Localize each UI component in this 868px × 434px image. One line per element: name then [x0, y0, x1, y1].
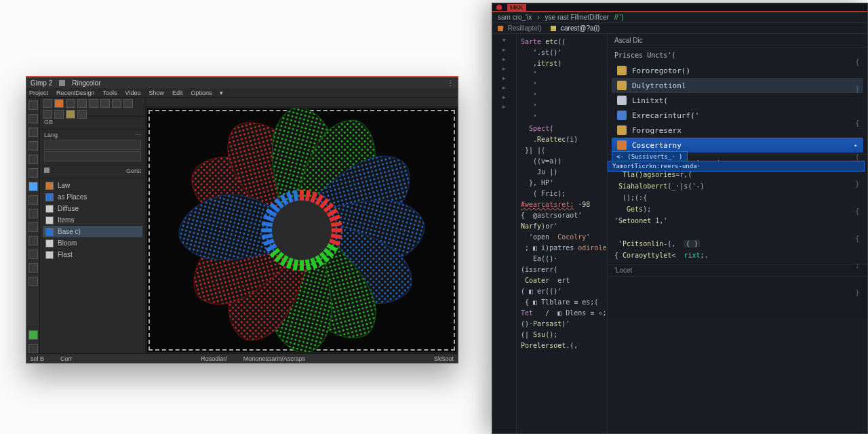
ide-tab-1-label: Resillaptel) [508, 24, 541, 32]
ide-tab-1[interactable]: Resillaptel) [498, 24, 541, 32]
layers-header-row: Gerst [40, 165, 145, 178]
panel-mode-label: GB [44, 119, 53, 125]
image-editor-window: Gimp 2 Ringcolor ⋮ Project RecentDesign … [26, 76, 458, 363]
layer-item[interactable]: as Places [43, 191, 142, 203]
outline-item[interactable]: Dulytrotionl [612, 78, 863, 93]
panel-btn-8[interactable] [123, 99, 133, 108]
tool-erase-icon[interactable] [28, 250, 38, 259]
tool-airbrush-icon[interactable] [28, 195, 38, 205]
breadcrumb-seg-1[interactable]: sam cro_'ix [498, 14, 532, 21]
panel-btn-4[interactable] [77, 99, 87, 108]
layer-item[interactable]: Bloom [43, 237, 142, 249]
fold-icon[interactable]: ▸ [501, 103, 508, 110]
bg-color-swatch[interactable] [28, 344, 38, 353]
panel-btn-5[interactable] [89, 99, 98, 108]
fg-color-swatch[interactable] [28, 330, 38, 340]
ide-gutter: ▾ ▸ ▸ ▸ ▸ ▸ ▸ ▸ [492, 34, 517, 433]
ide-tab-2[interactable]: carest@?a(i) [551, 24, 599, 32]
editor-menubar: Project RecentDesign Tools Video Show Ed… [26, 88, 458, 98]
tool-brush-icon[interactable] [28, 155, 38, 164]
window-menu-icon[interactable]: ⋮ [447, 79, 454, 86]
fold-icon[interactable]: ▸ [501, 75, 508, 81]
layers-header: Gerst [126, 167, 141, 174]
ide-titlebar: MKK [492, 3, 867, 12]
file-icon [498, 26, 503, 31]
fold-icon[interactable]: ▸ [501, 65, 508, 72]
menu-show[interactable]: Show [149, 90, 164, 96]
svg-rect-16 [332, 229, 342, 233]
panel-mode-section: GB [40, 117, 145, 130]
ide-code-editor[interactable]: Sarte etc(( '.st()' ,itrst) ' ' ' ' ' Sp… [517, 34, 608, 433]
outline-item[interactable]: Fororegotor() [612, 63, 863, 78]
layer-item[interactable]: Items [43, 214, 142, 226]
ide-breadcrumb: sam cro_'ix › yse rast FifmetDiffcer // … [492, 12, 867, 23]
outline-header: Prisces Uncts'( [608, 47, 867, 62]
layer-swatch-icon [45, 182, 54, 190]
chevron-right-icon: ▸ [854, 142, 858, 149]
tool-fill-icon[interactable] [28, 168, 38, 178]
outline-item-label: Forogreserx [632, 126, 682, 135]
outline-item[interactable]: Forogreserx [612, 123, 863, 138]
tool-smudge-icon[interactable] [28, 236, 38, 245]
ide-window: MKK sam cro_'ix › yse rast FifmetDiffcer… [492, 3, 868, 434]
panel-btn-6[interactable] [100, 99, 110, 108]
panel-btn-3[interactable] [66, 99, 75, 108]
layer-swatch-icon [45, 216, 54, 224]
ide-close-icon[interactable] [496, 5, 502, 10]
panel-btn-2[interactable] [54, 99, 64, 108]
fold-icon[interactable]: ▾ [501, 37, 508, 43]
layer-item[interactable]: Base c) [43, 226, 142, 237]
menu-options[interactable]: Options [191, 90, 212, 96]
menu-recent[interactable]: RecentDesign [56, 90, 95, 96]
panel-slider-2[interactable] [44, 151, 141, 161]
panel-slider-1[interactable] [44, 140, 141, 150]
console-body[interactable] [608, 277, 867, 318]
breadcrumb-seg-2[interactable]: yse rast FifmetDiffcer [545, 14, 609, 21]
tool-crop-icon[interactable] [28, 141, 38, 151]
editor-title-doc: Ringcolor [72, 79, 100, 87]
editor-canvas[interactable] [147, 108, 456, 352]
tool-clone-icon[interactable] [28, 263, 38, 273]
outline-item-label: Fororegotor() [632, 66, 690, 75]
fold-icon[interactable]: ▸ [501, 46, 508, 53]
panel-btn-1[interactable] [43, 99, 52, 108]
tool-move-icon[interactable] [28, 100, 38, 110]
fold-icon[interactable]: ▸ [501, 56, 508, 62]
tool-select-icon[interactable] [28, 114, 38, 123]
menu-tools[interactable]: Tools [103, 90, 117, 96]
menu-project[interactable]: Project [29, 90, 48, 96]
ide-console: 'Locet [608, 264, 867, 318]
layer-swatch-icon [45, 228, 54, 236]
outline-item[interactable]: Exrecarinturf(' [612, 108, 863, 123]
doc-icon [59, 80, 65, 86]
layer-label: as Places [58, 193, 87, 201]
layer-label: Law [58, 182, 70, 189]
outline-tab[interactable]: Ascal Dic [608, 34, 867, 47]
status-center1: Rosodiar/ [201, 355, 227, 362]
console-tab[interactable]: 'Locet [614, 267, 632, 274]
layer-label: Base c) [58, 228, 81, 235]
outline-item-label: Dulytrotionl [632, 81, 686, 90]
panel-section-value: ⋯ [135, 132, 141, 138]
layer-item[interactable]: Law [43, 180, 142, 191]
breadcrumb-end: // ') [614, 14, 624, 21]
panel-btn-7[interactable] [112, 99, 121, 108]
ide-tabbar: Resillaptel) carest@?a(i) [492, 23, 867, 34]
editor-titlebar: Gimp 2 Ringcolor ⋮ [26, 77, 458, 88]
menu-dropdown-icon[interactable]: ▾ [220, 90, 223, 96]
layer-item[interactable]: Diffuse [43, 203, 142, 214]
tool-text-icon[interactable] [28, 209, 38, 218]
tool-heal-icon[interactable] [28, 277, 38, 286]
fold-icon[interactable]: ▸ [501, 94, 508, 100]
menu-video[interactable]: Video [125, 90, 141, 96]
outline-item[interactable]: Coscertarny▸ [612, 138, 863, 153]
tool-color-icon[interactable] [28, 182, 38, 191]
outline-item-label: Exrecarinturf(' [632, 111, 699, 120]
outline-item[interactable]: Linitxt( [612, 93, 863, 108]
fold-icon[interactable]: ▸ [501, 84, 508, 91]
tool-lasso-icon[interactable] [28, 127, 38, 137]
layer-item[interactable]: Flast [43, 249, 142, 260]
menu-edit[interactable]: Edit [172, 90, 183, 96]
completion-tooltip-2: YamortTicrkn:reers-unda· [608, 161, 865, 172]
tool-gradient-icon[interactable] [28, 222, 38, 232]
